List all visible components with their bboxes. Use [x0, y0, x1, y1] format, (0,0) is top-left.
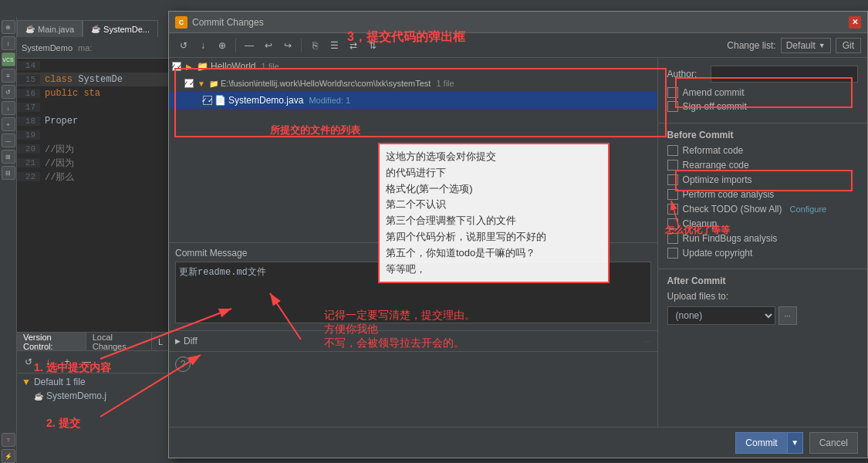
sidebar-btn-2[interactable]: ↕: [2, 36, 15, 50]
toolbar-minus-btn[interactable]: —: [241, 37, 258, 54]
vc-remove-btn[interactable]: —: [78, 353, 95, 370]
modified-badge: Modified: 1: [309, 96, 350, 105]
vc-tab-l[interactable]: L: [152, 333, 170, 350]
author-section: Author: Amend commit Sign-off commit: [658, 58, 867, 123]
sign-off-label: Sign-off commit: [683, 101, 747, 112]
vc-refresh-btn[interactable]: ↺: [20, 353, 37, 370]
todo-checkbox[interactable]: [667, 204, 678, 215]
code-line-21: 21 //因为: [17, 156, 170, 170]
sidebar-btn-5[interactable]: ↓: [2, 101, 15, 115]
rearrange-label: Rearrange code: [683, 160, 749, 171]
changelist-dropdown[interactable]: Default ▼: [781, 38, 831, 53]
vc-content: ▼ Default 1 file ☕ SystemDemo.j: [17, 373, 170, 404]
tree-item-path[interactable]: ✓ ▼ 📁 E:\fusion\intellij.work\HelloWorld…: [169, 75, 657, 92]
sidebar-btn-vcs[interactable]: VCS: [2, 52, 15, 66]
ide-editor-toolbar: SystemDemo ma:: [17, 37, 170, 59]
toolbar-update-btn[interactable]: ↓: [194, 37, 211, 54]
author-label: Author:: [667, 69, 706, 79]
sidebar-btn-6[interactable]: +: [2, 117, 15, 131]
checkbox-path[interactable]: ✓: [184, 79, 194, 88]
sidebar-btn-3[interactable]: ≡: [2, 69, 15, 83]
vc-file-item: SystemDemo.j: [46, 390, 106, 401]
checkbox-systemdemo[interactable]: ✓: [203, 96, 212, 105]
optimize-checkbox[interactable]: [667, 174, 678, 185]
line-num-22: 22: [17, 172, 40, 181]
sidebar-btn-7[interactable]: —: [2, 133, 15, 147]
findbugs-checkbox[interactable]: [667, 233, 678, 244]
cancel-button[interactable]: Cancel: [809, 432, 858, 454]
commit-btn-group: Commit ▼: [735, 432, 802, 454]
dialog-close-button[interactable]: ✕: [849, 16, 861, 29]
rearrange-checkbox[interactable]: [667, 160, 678, 171]
dialog-title-text: Commit Changes: [192, 17, 849, 28]
vc-tab-version-control[interactable]: Version Control:: [17, 333, 86, 350]
amend-commit-checkbox[interactable]: [667, 87, 678, 98]
upload-row: Upload files to:: [667, 291, 858, 302]
option-rearrange: Rearrange code: [667, 160, 858, 171]
diff-expand-icon: ▶: [175, 337, 181, 345]
toolbar-list-btn[interactable]: ☰: [326, 37, 343, 54]
code-analysis-checkbox[interactable]: [667, 189, 678, 200]
todo-label: Check TODO (Show All): [683, 204, 782, 215]
copyright-label: Update copyright: [683, 248, 753, 259]
diff-area[interactable]: ▶ Diff ···: [169, 331, 657, 352]
line-num-21: 21: [17, 158, 40, 167]
diff-ellipsis: ···: [644, 337, 650, 346]
toolbar-undo-btn[interactable]: ↩: [260, 37, 277, 54]
helloworld-label: HelloWorld: [211, 61, 255, 72]
vc-down-btn[interactable]: ↓: [39, 353, 56, 370]
commit-message-input[interactable]: 更新readme.md文件: [175, 262, 651, 323]
reformat-checkbox[interactable]: [667, 145, 678, 156]
changelist-arrow-icon: ▼: [819, 42, 826, 49]
vc-add-btn[interactable]: +: [59, 353, 76, 370]
configure-link[interactable]: Configure: [790, 204, 827, 214]
vc-tabs: Version Control: Local Changes L: [17, 333, 170, 351]
commit-dropdown-arrow[interactable]: ▼: [788, 432, 803, 454]
toolbar-separator: ma:: [78, 43, 92, 52]
tab-system-demo[interactable]: ☕ SystemDe...: [83, 20, 158, 37]
sidebar-btn-9[interactable]: ⊟: [2, 166, 15, 180]
upload-more-button[interactable]: ···: [778, 306, 797, 325]
toolbar-add-btn[interactable]: ⊕: [214, 37, 231, 54]
sidebar-btn-4[interactable]: ↺: [2, 85, 15, 99]
sidebar-btn-11[interactable]: ⚡: [2, 449, 15, 463]
cleanup-label: Cleanup: [683, 218, 718, 229]
sidebar-btn-8[interactable]: ⊞: [2, 150, 15, 164]
vc-toolbar: ↺ ↓ + —: [17, 351, 170, 373]
sidebar-btn-1[interactable]: ⊕: [2, 20, 15, 34]
sign-off-checkbox[interactable]: [667, 101, 678, 112]
systemdemo-label: SystemDemo.java: [228, 95, 303, 106]
line-num-15: 15: [17, 75, 40, 84]
cleanup-checkbox[interactable]: [667, 218, 678, 229]
help-button[interactable]: ?: [175, 357, 191, 372]
vc-default-label: Default 1 file: [34, 377, 86, 387]
toolbar-refresh-btn[interactable]: ↺: [175, 37, 192, 54]
tree-item-systemdemo[interactable]: ✓ 📄 SystemDemo.java Modified: 1: [169, 92, 657, 109]
path-badge: 1 file: [436, 79, 454, 88]
upload-select[interactable]: (none): [667, 306, 775, 325]
amend-commit-row: Amend commit: [667, 87, 858, 98]
commit-button[interactable]: Commit: [735, 432, 787, 454]
commit-message-label: Commit Message: [175, 248, 651, 259]
code-analysis-label: Perform code analysis: [683, 189, 775, 200]
helloworld-badge: 1 file: [261, 62, 279, 71]
line-content-20: //因为: [40, 143, 74, 156]
sidebar-btn-10[interactable]: ?: [2, 433, 15, 447]
checkbox-helloworld[interactable]: ✓: [172, 62, 181, 71]
toolbar-redo-btn[interactable]: ↪: [279, 37, 296, 54]
author-input[interactable]: [711, 66, 858, 83]
toolbar-vert-btn[interactable]: ⇅: [364, 37, 381, 54]
tab-main-java[interactable]: ☕ Main.java: [17, 20, 83, 37]
tree-item-helloworld[interactable]: ✓ ▶ 📁 HelloWorld 1 file: [169, 58, 657, 75]
copyright-checkbox[interactable]: [667, 248, 678, 259]
toolbar-copy-btn[interactable]: ⎘: [306, 37, 323, 54]
folder-helloworld-icon: 📁: [197, 61, 208, 72]
reformat-label: Reformat code: [683, 145, 744, 156]
path-folder-icon: 📁: [209, 79, 218, 88]
git-button[interactable]: Git: [836, 38, 861, 53]
code-line-14: 14: [17, 59, 170, 73]
toolbar-horiz-btn[interactable]: ⇄: [345, 37, 362, 54]
vc-tab-local-changes[interactable]: Local Changes: [86, 333, 152, 350]
upload-label: Upload files to:: [667, 291, 728, 302]
folder-icon-helloworld: ▶: [184, 61, 194, 72]
